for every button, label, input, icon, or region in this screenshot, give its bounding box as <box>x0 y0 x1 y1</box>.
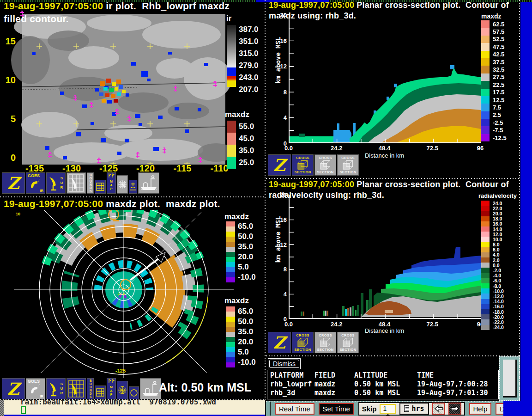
cube-icon <box>342 337 354 348</box>
bounds-button[interactable]: BOUNDS <box>87 172 94 194</box>
cross-section-button-2[interactable]: CROSS SECTION <box>314 154 336 176</box>
cross-section-toolbar: Z CROSS SECTION CROSS SECTION CROSS SECT… <box>268 154 359 176</box>
goes-ir-button[interactable]: GOES IR <box>26 378 45 399</box>
goes-ir-button[interactable]: GOES IR <box>26 172 45 194</box>
grid-radar-icon <box>68 380 84 398</box>
maxdz-colorbar2-ticks: 65.050.035.020.05.0-10.0 <box>238 306 256 367</box>
cross-section-button-2[interactable]: CROSS SECTION <box>314 332 336 353</box>
cross-section-toolbar: Z CROSS SECTION CROSS SECTION CROSS SECT… <box>268 332 359 353</box>
status-dismiss-button[interactable]: Dismiss <box>268 358 301 369</box>
cross-section-velocity-plot <box>289 195 481 319</box>
terminal-prompt-line: rain:beaufait:164>xdump.all 970819.0705.… <box>20 400 216 406</box>
cross-section-button-3[interactable]: CROSS SECTION <box>337 332 359 353</box>
maxdz-colorbar1-label: maxdz <box>224 212 249 221</box>
platform-status-table: PLATFORMFIELD ALTITUDETIME rhb_lowprfmax… <box>267 370 499 399</box>
cube-icon <box>319 160 332 170</box>
set-time-button[interactable]: Set Time <box>319 403 354 415</box>
zeb-logo-button[interactable]: Z <box>2 378 25 399</box>
panel-separator <box>266 355 520 356</box>
toolbar-separator <box>489 402 490 415</box>
step-back-button[interactable] <box>432 403 445 415</box>
cube-icon <box>319 337 332 348</box>
panel-separator <box>265 0 266 400</box>
panel-title: 19-aug-1997,07:05:00 ir plot. Rhb_lowprf… <box>4 0 230 12</box>
ir-colorbar-ticks: 387.0351.0315.0279.0243.0207.0 <box>239 24 259 96</box>
zeb-logo-button[interactable]: Z <box>2 172 25 194</box>
ir-colorbar-label: ir <box>226 14 231 23</box>
ppi-panel-toolbar: Z GOES IR SUR BOUNDS MAP <box>2 378 161 399</box>
cube-icon <box>342 160 354 170</box>
skip-spinner-caret[interactable] <box>386 414 390 416</box>
skip-label: Skip <box>362 405 377 413</box>
circle-icon <box>130 389 138 397</box>
left-arrow-icon <box>435 405 443 412</box>
range-rings-icon <box>118 385 127 395</box>
small-grid-icon <box>96 388 104 397</box>
panel-subtitle: filled contour. <box>4 13 69 24</box>
skip-value-input[interactable]: 1 <box>380 404 396 414</box>
map-flags-icon <box>108 173 115 178</box>
corner-tick-label: 10 <box>16 212 20 216</box>
maxdz-colorbar-ticks: 55.045.035.025.0 <box>239 121 254 169</box>
radialvelocity-colorbar: 24.022.020.018.016.014.012.010.08.06.04.… <box>481 201 504 330</box>
center-note-text: -12-8 <box>116 292 125 296</box>
range-rings-button[interactable] <box>117 175 128 194</box>
buoy-button[interactable] <box>129 180 137 194</box>
maxdz-colorbar1-ticks: 65.050.035.020.05.0-10.0 <box>238 221 256 282</box>
window-resize-corner[interactable] <box>0 400 4 416</box>
document-icon <box>404 405 409 412</box>
timestamp: 19-aug-1997,07:05:00 <box>4 198 103 209</box>
z-glyph: Z <box>7 175 19 191</box>
ir-gray-gradient <box>227 25 236 67</box>
maxdz-colorbar1 <box>226 221 235 282</box>
table-row: rhb_lowprfmaxdz 0.50 km MSL19-Aug-97,7:0… <box>270 380 498 389</box>
hours-unit-button[interactable]: hrs <box>399 403 429 415</box>
ship-button[interactable] <box>138 172 159 194</box>
real-time-button[interactable]: Real Time <box>275 403 314 415</box>
cross-section-button-active[interactable]: CROSS SECTION <box>292 154 314 176</box>
ir-colorbar <box>227 25 236 87</box>
zeb-display-screen: 19-aug-1997,07:05:00 ir plot. Rhb_lowprf… <box>0 0 532 416</box>
panel-title: 19-aug-1997,07:05:00 maxdz plot. maxdz p… <box>4 198 220 209</box>
colorbar-label: maxdz <box>481 12 502 20</box>
radar-grid-button[interactable] <box>66 172 86 194</box>
ship-button[interactable] <box>140 378 161 399</box>
range-rings-button[interactable] <box>117 381 128 399</box>
cube-icon <box>296 337 309 348</box>
radar-grid-button[interactable] <box>66 378 86 399</box>
maxdz-colorbar-label: maxdz <box>225 110 249 119</box>
panel-separator <box>266 178 520 179</box>
surveillance-radar-button[interactable]: SUR <box>46 378 66 399</box>
maxdz-colorbar <box>227 121 236 169</box>
map-button[interactable]: MAP <box>107 172 116 194</box>
cross-section-button-3[interactable]: CROSS SECTION <box>337 154 359 176</box>
step-forward-button[interactable] <box>448 403 461 415</box>
bounds-button[interactable]: BOUNDS <box>87 378 94 399</box>
time-control-toolbar: Real Time Set Time Skip 1 hrs Help Dismi… <box>266 401 503 416</box>
maxdz-colorbar: 62.557.552.547.542.537.532.527.522.517.5… <box>481 20 507 141</box>
x-axis-ticks: 0.024.248.472.596 <box>278 145 491 152</box>
panel-separator <box>519 0 520 401</box>
table-row: rhb_3dmaxdz 0.50 km MSL19-Aug-97,7:01:30 <box>270 389 498 398</box>
map-button[interactable]: MAP <box>107 378 116 399</box>
radar-data <box>46 210 200 340</box>
zeb-logo-button[interactable]: Z <box>268 154 291 176</box>
satellite-dish-icon <box>30 383 41 394</box>
scrollbar-track[interactable] <box>499 356 520 401</box>
scrollbar-thumb[interactable] <box>503 360 517 398</box>
cross-section-button-active[interactable]: CROSS SECTION <box>292 332 314 353</box>
panel-separator <box>0 196 265 197</box>
timestamp: 19-aug-1997,07:05:00 <box>269 180 354 189</box>
surveillance-radar-button[interactable]: SUR <box>46 172 66 194</box>
toolbar-divider <box>270 402 271 416</box>
satellite-dish-icon <box>30 177 41 189</box>
table-header: PLATFORMFIELD ALTITUDETIME <box>270 371 498 380</box>
zeb-logo-button[interactable]: Z <box>268 332 291 353</box>
circle-overlay-button[interactable] <box>129 386 139 399</box>
small-grid-button[interactable] <box>95 385 106 399</box>
desktop-background <box>503 401 532 416</box>
small-grid-button[interactable] <box>95 180 106 194</box>
panel-ir-satellite: 19-aug-1997,07:05:00 ir plot. Rhb_lowprf… <box>0 0 265 197</box>
maxdz-colorbar2-label: maxdz <box>224 296 249 306</box>
terminal-window[interactable]: rain:beaufait:164>xdump.all 970819.0705.… <box>0 400 265 416</box>
